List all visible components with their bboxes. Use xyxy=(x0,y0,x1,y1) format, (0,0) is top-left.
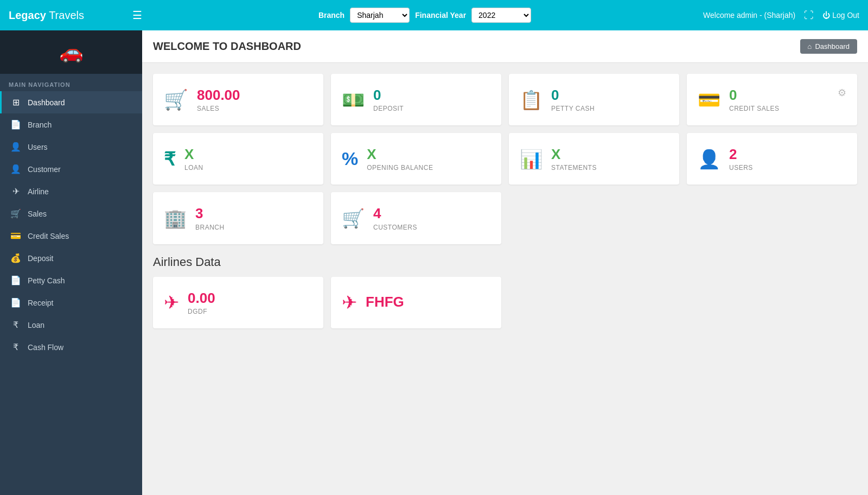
loan-icon: ₹ xyxy=(10,320,21,330)
card-branch[interactable]: 🏢 3 BRANCH xyxy=(153,192,323,244)
navbar-center: Branch Sharjah Dubai Abu Dhabi Financial… xyxy=(153,8,697,23)
credit-sales-icon: 💳 xyxy=(10,231,21,241)
sidebar-logo-icon: 🚗 xyxy=(59,41,84,64)
logout-button[interactable]: ⏻ Log Out xyxy=(822,11,859,20)
credit-sales-card-info: 0 CREDIT SALES xyxy=(729,87,779,112)
expand-icon[interactable]: ⛶ xyxy=(804,10,814,21)
credit-sales-card-label: CREDIT SALES xyxy=(729,105,779,112)
dashboard-icon: ⊞ xyxy=(10,97,21,107)
fhfg-card-icon: ✈ xyxy=(342,291,357,313)
petty-cash-card-label: PETTY CASH xyxy=(551,105,595,112)
petty-cash-icon: 📄 xyxy=(10,275,21,285)
loan-card-info: X LOAN xyxy=(184,146,203,172)
logout-icon: ⏻ xyxy=(822,11,830,20)
sidebar-item-branch[interactable]: 📄 Branch xyxy=(0,113,142,136)
sales-icon: 🛒 xyxy=(10,208,21,219)
sidebar-item-dashboard[interactable]: ⊞ Dashboard xyxy=(0,91,142,113)
sidebar-item-cash-flow[interactable]: ₹ Cash Flow xyxy=(0,336,142,358)
layout: 🚗 MAIN NAVIGATION ⊞ Dashboard 📄 Branch 👤… xyxy=(0,30,868,495)
dgdf-card-info: 0.00 DGDF xyxy=(188,290,215,315)
deposit-card-info: 0 DEPOSIT xyxy=(373,87,404,112)
card-dgdf[interactable]: ✈ 0.00 DGDF xyxy=(153,277,323,328)
card-opening-balance[interactable]: % X OPENING BALANCE xyxy=(331,133,501,185)
sidebar-item-petty-cash[interactable]: 📄 Petty Cash xyxy=(0,269,142,291)
financial-year-label: Financial Year xyxy=(415,11,466,20)
sidebar-item-sales[interactable]: 🛒 Sales xyxy=(0,202,142,225)
card-statements[interactable]: 📊 X STATEMENTS xyxy=(509,133,679,185)
sidebar-item-customer[interactable]: 👤 Customer xyxy=(0,158,142,180)
gear-icon: ⚙ xyxy=(838,87,846,99)
card-customers[interactable]: 🛒 4 CUSTOMERS xyxy=(331,192,501,244)
card-petty-cash[interactable]: 📋 0 PETTY CASH xyxy=(509,74,679,125)
breadcrumb-button[interactable]: ⌂ Dashboard xyxy=(800,39,857,54)
logout-label: Log Out xyxy=(832,11,859,20)
petty-cash-card-icon: 📋 xyxy=(520,89,542,111)
card-loan[interactable]: ₹ X LOAN xyxy=(153,133,323,185)
opening-balance-card-label: OPENING BALANCE xyxy=(367,164,433,172)
card-credit-sales[interactable]: 💳 0 CREDIT SALES ⚙ xyxy=(687,74,857,125)
customers-card-value: 4 xyxy=(373,205,417,222)
sidebar-item-label: Branch xyxy=(28,120,52,129)
sales-card-label: SALES xyxy=(197,105,240,112)
statements-card-label: STATEMENTS xyxy=(551,164,597,172)
receipt-icon: 📄 xyxy=(10,297,21,308)
sidebar-item-label: Deposit xyxy=(28,254,53,263)
sidebar-item-label: Airline xyxy=(28,187,49,196)
loan-card-label: LOAN xyxy=(184,164,203,172)
branch-card-value: 3 xyxy=(195,205,225,222)
fhfg-card-value: FHFG xyxy=(366,294,404,310)
branch-select[interactable]: Sharjah Dubai Abu Dhabi xyxy=(350,8,410,23)
brand-light: Travels xyxy=(46,9,84,21)
year-select[interactable]: 2022 2021 2020 xyxy=(471,8,531,23)
opening-balance-card-icon: % xyxy=(342,148,358,169)
welcome-text: Welcome admin - (Sharjah) xyxy=(703,11,795,20)
sidebar-item-receipt[interactable]: 📄 Receipt xyxy=(0,291,142,314)
navbar-right: Welcome admin - (Sharjah) ⛶ ⏻ Log Out xyxy=(703,10,859,21)
customers-card-info: 4 CUSTOMERS xyxy=(373,205,417,231)
airline-icon: ✈ xyxy=(10,186,21,196)
sidebar-item-users[interactable]: 👤 Users xyxy=(0,136,142,158)
loan-card-icon: ₹ xyxy=(164,148,176,170)
deposit-card-value: 0 xyxy=(373,87,404,104)
branch-card-label: BRANCH xyxy=(195,224,225,231)
brand-bold: Legacy xyxy=(9,9,46,21)
petty-cash-card-info: 0 PETTY CASH xyxy=(551,87,595,112)
petty-cash-card-value: 0 xyxy=(551,87,595,104)
branch-card-icon: 🏢 xyxy=(164,207,187,229)
sidebar-item-label: Credit Sales xyxy=(28,232,69,240)
users-card-label: USERS xyxy=(729,164,753,172)
page-header: WELCOME TO DASHBOARD ⌂ Dashboard xyxy=(142,30,868,63)
sidebar-item-label: Customer xyxy=(28,165,61,174)
stats-cards-grid: 🛒 800.00 SALES 💵 0 DEPOSIT 📋 0 P xyxy=(142,63,868,255)
sidebar-logo-area: 🚗 xyxy=(0,30,142,74)
opening-balance-card-info: X OPENING BALANCE xyxy=(367,146,433,172)
cash-flow-icon: ₹ xyxy=(10,342,21,352)
card-sales[interactable]: 🛒 800.00 SALES xyxy=(153,74,323,125)
sidebar-item-label: Petty Cash xyxy=(28,276,65,285)
sidebar-item-label: Receipt xyxy=(28,299,53,307)
sidebar-item-deposit[interactable]: 💰 Deposit xyxy=(0,247,142,269)
opening-balance-card-value: X xyxy=(367,146,433,163)
sidebar-item-credit-sales[interactable]: 💳 Credit Sales xyxy=(0,225,142,247)
sidebar-item-label: Loan xyxy=(28,321,44,329)
sales-card-info: 800.00 SALES xyxy=(197,87,240,112)
customer-icon: 👤 xyxy=(10,164,21,174)
deposit-card-label: DEPOSIT xyxy=(373,105,404,112)
customers-card-label: CUSTOMERS xyxy=(373,224,417,231)
airlines-grid: ✈ 0.00 DGDF ✈ FHFG xyxy=(142,277,868,339)
users-card-icon: 👤 xyxy=(698,148,720,170)
sidebar-section-label: MAIN NAVIGATION xyxy=(0,74,142,91)
dgdf-card-icon: ✈ xyxy=(164,291,179,313)
card-fhfg[interactable]: ✈ FHFG xyxy=(331,277,501,328)
card-deposit[interactable]: 💵 0 DEPOSIT xyxy=(331,74,501,125)
fhfg-card-info: FHFG xyxy=(366,294,404,312)
sidebar-item-loan[interactable]: ₹ Loan xyxy=(0,314,142,336)
dgdf-card-value: 0.00 xyxy=(188,290,215,307)
breadcrumb-icon: ⌂ xyxy=(808,42,812,50)
users-card-value: 2 xyxy=(729,146,753,163)
sidebar: 🚗 MAIN NAVIGATION ⊞ Dashboard 📄 Branch 👤… xyxy=(0,30,142,495)
card-users[interactable]: 👤 2 USERS xyxy=(687,133,857,185)
sidebar-item-airline[interactable]: ✈ Airline xyxy=(0,180,142,202)
sidebar-toggle[interactable]: ☰ xyxy=(132,9,142,22)
statements-card-value: X xyxy=(551,146,597,163)
